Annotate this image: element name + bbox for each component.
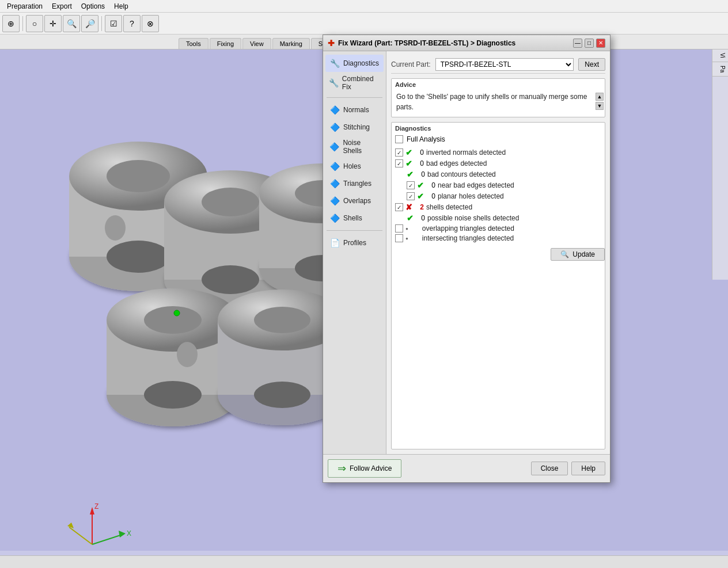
dialog-title-text: Fix Wizard (Part: TPSRD-IT-BEZEL-STL) > …: [338, 39, 515, 47]
svg-point-27: [105, 215, 126, 241]
toolbar-btn-2[interactable]: ✛: [44, 15, 62, 32]
right-panel: Vi Pa: [712, 49, 728, 280]
diag-count-2: 0: [416, 170, 425, 178]
right-panel-tab-vi[interactable]: Vi: [712, 49, 728, 62]
diag-count-0: 0: [415, 148, 424, 157]
toolbar-sep-1: [101, 16, 102, 31]
diag-row-6: ✔ 0 possible noise shells detected: [395, 214, 601, 223]
tab-tools[interactable]: Tools: [179, 38, 208, 49]
sidebar-item-triangles-label: Triangles: [343, 180, 371, 188]
tab-marking[interactable]: Marking: [272, 38, 310, 49]
normals-icon: 🔷: [329, 104, 340, 116]
update-label: Update: [572, 250, 595, 258]
sidebar-item-shells[interactable]: 🔷 Shells: [325, 209, 384, 227]
toolbar-btn-1[interactable]: ○: [26, 15, 43, 32]
full-analysis-checkbox[interactable]: [395, 135, 403, 143]
diag-row-7: ● overlapping triangles detected: [395, 224, 601, 232]
tab-fixing[interactable]: Fixing: [210, 38, 241, 49]
svg-point-25: [254, 382, 310, 408]
advice-text: Go to the 'Shells' page to unify shells …: [392, 89, 605, 117]
dialog-sidebar: 🔧 Diagnostics 🔧 Combined Fix 🔷 Normals 🔷…: [323, 51, 386, 454]
diag-icon-7: ●: [405, 226, 408, 231]
diagnostics-rows: ✔ 0 inverted normals detected ✔ 0 bad ed…: [392, 146, 605, 245]
close-button[interactable]: Close: [531, 462, 568, 475]
dialog-body: 🔧 Diagnostics 🔧 Combined Fix 🔷 Normals 🔷…: [323, 51, 610, 454]
update-button[interactable]: 🔍 Update: [551, 248, 605, 261]
full-analysis-row: Full Analysis: [392, 133, 605, 146]
sidebar-item-diagnostics[interactable]: 🔧 Diagnostics: [325, 55, 384, 72]
svg-point-28: [177, 342, 198, 367]
sidebar-item-normals-label: Normals: [343, 106, 369, 114]
sidebar-item-overlaps[interactable]: 🔷 Overlaps: [325, 192, 384, 209]
menu-preparation[interactable]: Preparation: [2, 1, 47, 12]
sidebar-item-triangles[interactable]: 🔷 Triangles: [325, 175, 384, 192]
toolbar-btn-4[interactable]: 🔎: [81, 15, 98, 32]
title-icon: ✚: [328, 39, 335, 48]
diag-row-3: ✔ 0 near bad edges detected: [395, 181, 601, 190]
diag-count-6: 0: [416, 214, 425, 222]
diag-checkbox-3[interactable]: [407, 181, 415, 189]
dialog-minimize-btn[interactable]: —: [573, 39, 582, 48]
diag-checkbox-5[interactable]: [395, 203, 403, 211]
toolbar: ⊕ ○ ✛ 🔍 🔎 ☑ ? ⊗: [0, 13, 728, 35]
toolbar-btn-3[interactable]: 🔍: [63, 15, 80, 32]
current-part-label: Current Part:: [391, 60, 431, 68]
toolbar-btn-5[interactable]: ☑: [105, 15, 122, 32]
triangles-icon: 🔷: [329, 178, 340, 189]
update-row: 🔍 Update: [392, 245, 605, 264]
part-select[interactable]: TPSRD-IT-BEZEL-STL: [435, 58, 574, 71]
tab-view[interactable]: View: [242, 38, 271, 49]
svg-point-24: [254, 307, 310, 333]
sidebar-item-stitching[interactable]: 🔷 Stitching: [325, 119, 384, 136]
diag-checkbox-8[interactable]: [395, 234, 403, 242]
diag-count-3: 0: [426, 181, 435, 189]
menu-export[interactable]: Export: [47, 1, 77, 12]
sidebar-item-holes[interactable]: 🔷 Holes: [325, 158, 384, 175]
sidebar-item-stitching-label: Stitching: [343, 123, 370, 131]
diag-desc-7: overlapping triangles detected: [422, 224, 514, 232]
footer-left: ⇒ Follow Advice: [328, 459, 401, 478]
help-button[interactable]: Help: [571, 462, 605, 475]
svg-point-10: [202, 265, 259, 294]
follow-advice-button[interactable]: ⇒ Follow Advice: [328, 459, 401, 478]
toolbar-btn-0[interactable]: ⊕: [2, 15, 20, 32]
menu-options[interactable]: Options: [77, 1, 109, 12]
diag-checkbox-0[interactable]: [395, 148, 403, 157]
diag-checkbox-1[interactable]: [395, 159, 403, 167]
sidebar-item-normals[interactable]: 🔷 Normals: [325, 101, 384, 119]
dialog-close-btn[interactable]: ✕: [596, 39, 605, 48]
advice-section: Advice Go to the 'Shells' page to unify …: [391, 78, 605, 117]
diagnostics-label: Diagnostics: [392, 123, 605, 133]
diag-row-0: ✔ 0 inverted normals detected: [395, 148, 601, 157]
menu-help[interactable]: Help: [109, 1, 133, 12]
toolbar-btn-7[interactable]: ⊗: [142, 15, 159, 32]
sidebar-item-combined-fix[interactable]: 🔧 Combined Fix: [325, 72, 384, 94]
advice-scroll-up[interactable]: ▲: [596, 93, 604, 101]
toolbar-btn-6[interactable]: ?: [123, 15, 141, 32]
toolbar-sep-0: [22, 16, 23, 31]
sidebar-section-tools: 🔷 Normals 🔷 Stitching 🔷 Noise Shells 🔷 H…: [323, 100, 386, 228]
next-button[interactable]: Next: [578, 58, 605, 71]
menu-bar: Preparation Export Options Help: [0, 0, 728, 13]
diag-checkbox-4[interactable]: [407, 192, 415, 200]
diag-desc-5: shells detected: [426, 203, 472, 211]
right-panel-tab-pa[interactable]: Pa: [712, 62, 728, 77]
sidebar-item-noise-shells-label: Noise Shells: [343, 139, 380, 155]
profiles-icon: 📄: [329, 237, 340, 249]
svg-point-20: [144, 381, 202, 409]
diag-desc-4: planar holes detected: [438, 192, 504, 200]
follow-arrow-icon: ⇒: [338, 462, 346, 475]
dialog-controls: — □ ✕: [573, 39, 605, 48]
dialog-restore-btn[interactable]: □: [585, 39, 594, 48]
sidebar-item-profiles[interactable]: 📄 Profiles: [325, 234, 384, 251]
svg-text:X: X: [127, 529, 131, 537]
sidebar-item-noise-shells[interactable]: 🔷 Noise Shells: [325, 136, 384, 158]
diag-desc-2: bad contours detected: [427, 170, 496, 178]
sidebar-item-holes-label: Holes: [343, 162, 361, 170]
sidebar-separator-2: [327, 230, 382, 231]
diag-checkbox-7[interactable]: [395, 224, 403, 232]
advice-scroll-down[interactable]: ▼: [596, 102, 604, 110]
stitching-icon: 🔷: [329, 121, 340, 133]
diagnostics-section: Diagnostics Full Analysis ✔ 0 inverted n…: [391, 122, 605, 449]
diag-row-5: ✘ 2 shells detected: [395, 203, 601, 212]
